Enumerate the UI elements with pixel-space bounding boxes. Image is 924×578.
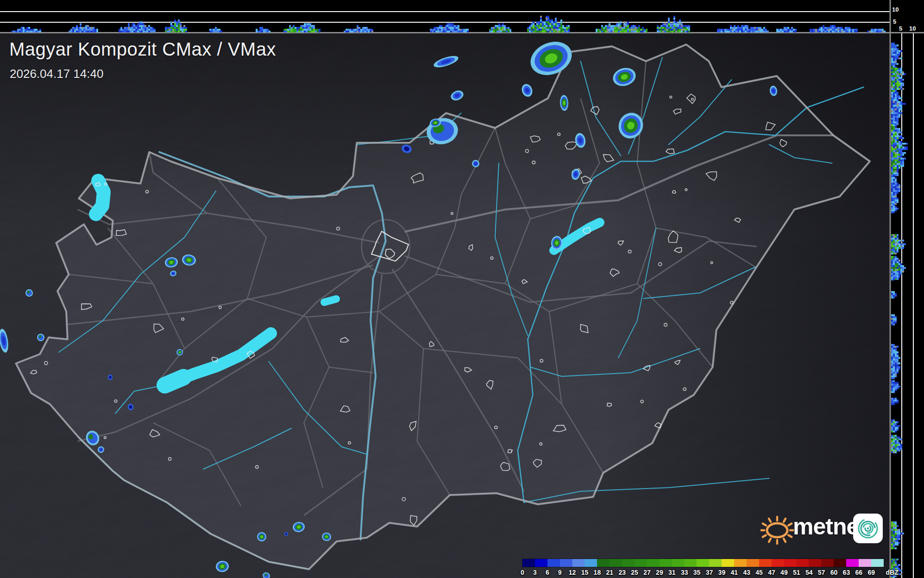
top-profile-cell (538, 29, 540, 31)
top-profile-cell (750, 31, 752, 32)
right-profile-cell (902, 84, 904, 86)
right-profile-cell (899, 110, 900, 112)
right-profile-cell (893, 401, 895, 403)
right-profile-cell (891, 108, 893, 110)
right-profile-cell (895, 139, 897, 141)
right-profile-cell (897, 234, 899, 236)
top-profile-cell (605, 31, 607, 32)
top-profile-cell (542, 29, 544, 31)
top-profile-cell (148, 25, 150, 27)
right-profile-cell (895, 70, 897, 71)
top-profile-cell (315, 31, 317, 32)
right-profile-cell (893, 275, 895, 277)
top-profile-cell (657, 27, 659, 29)
right-profile-cell (891, 57, 893, 59)
right-profile-cell (897, 70, 899, 71)
right-profile-cell (897, 123, 899, 125)
dbz-segment-51 (797, 559, 809, 567)
top-profile-cell (642, 29, 644, 31)
top-profile-cell (660, 25, 662, 27)
right-profile-cell (891, 43, 893, 44)
top-profile-cell (685, 29, 686, 31)
top-profile-cell (620, 31, 622, 32)
right-profile-cell (895, 165, 897, 167)
right-profile-cell (893, 43, 895, 44)
right-profile-cell (899, 159, 900, 161)
top-profile-cell (169, 31, 170, 32)
right-profile-cell (904, 243, 906, 245)
right-profile-cell (897, 362, 899, 364)
right-profile-cell (897, 112, 899, 114)
top-profile-cell (547, 23, 549, 25)
top-profile-cell (555, 18, 557, 19)
right-profile-cell (897, 243, 899, 245)
right-profile-cell (895, 184, 897, 186)
top-profile-cell (32, 29, 34, 31)
top-profile-cell (551, 19, 553, 21)
top-profile-cell (497, 27, 498, 29)
top-profile-cell (357, 25, 358, 27)
right-strip-scale-10: 10 (909, 25, 916, 32)
top-profile-cell (597, 29, 599, 31)
top-profile-cell (668, 31, 670, 32)
right-profile-cell (891, 61, 893, 63)
top-profile-cell (795, 31, 797, 32)
right-profile-cell (900, 165, 902, 167)
right-profile-cell (895, 137, 897, 139)
top-profile-cell (263, 29, 265, 31)
right-profile-cell (902, 267, 904, 269)
dbz-segment-60 (834, 559, 846, 567)
top-profile-cell (745, 29, 747, 31)
right-profile-cell (897, 440, 899, 442)
right-profile-cell (893, 320, 895, 322)
top-profile-cell (538, 23, 540, 25)
top-profile-cell (810, 29, 811, 31)
top-profile-cell (834, 31, 836, 32)
top-profile-cell (256, 31, 258, 32)
top-profile-cell (183, 29, 185, 31)
right-profile-cell (893, 359, 895, 361)
top-profile-cell (741, 25, 743, 27)
top-profile-cell (847, 27, 849, 29)
right-profile-cell (891, 132, 893, 133)
right-profile-cell (893, 291, 895, 293)
right-profile-cell (893, 297, 895, 299)
top-profile-cell (664, 29, 666, 31)
top-profile-cell (17, 31, 19, 32)
top-profile-cell (616, 31, 618, 32)
top-profile-cell (308, 25, 309, 27)
right-profile-cell (891, 234, 893, 236)
right-profile-cell (893, 210, 895, 211)
top-profile-cell (23, 31, 25, 32)
right-profile-cell (891, 320, 893, 322)
top-profile-cell (538, 21, 540, 23)
top-profile-cell (180, 23, 182, 25)
right-profile-cell (897, 54, 899, 56)
top-profile-cell (368, 29, 370, 31)
top-profile-cell (371, 29, 373, 31)
right-profile-cell (891, 130, 893, 132)
right-profile-cell (900, 71, 902, 73)
top-profile-cell (540, 29, 542, 31)
right-profile-cell (893, 52, 895, 54)
right-profile-cell (897, 132, 899, 133)
top-profile-cell (527, 29, 529, 31)
top-profile-cell (141, 29, 143, 31)
top-profile-cell (87, 27, 89, 29)
top-profile-cell (26, 27, 28, 29)
right-profile-cell (897, 564, 899, 566)
top-profile-cell (791, 27, 793, 29)
right-profile-cell (895, 564, 897, 566)
right-profile-cell (893, 295, 895, 297)
right-profile-cell (893, 241, 895, 243)
right-profile-cell (897, 130, 899, 132)
right-profile-cell (900, 101, 902, 103)
top-profile-cell (668, 23, 670, 25)
right-profile-cell (891, 54, 893, 56)
right-profile-cell (897, 183, 899, 184)
top-profile-cell (133, 25, 135, 27)
top-profile-cell (448, 23, 450, 25)
top-profile-cell (504, 29, 506, 31)
top-profile-cell (26, 31, 28, 32)
right-profile-cell (891, 372, 893, 374)
